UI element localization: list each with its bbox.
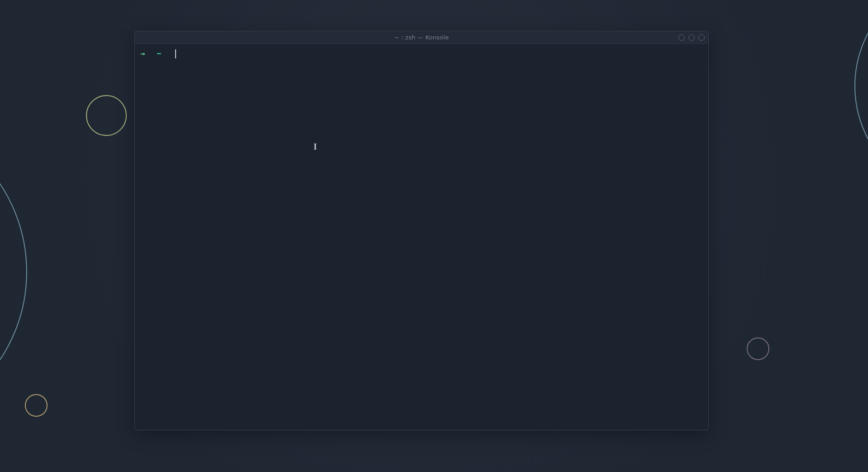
konsole-window[interactable]: ~ : zsh — Konsole → ~ I	[134, 31, 709, 430]
close-button[interactable]	[698, 34, 705, 41]
terminal-cursor-icon	[175, 49, 176, 58]
window-title: ~ : zsh — Konsole	[394, 34, 448, 41]
wallpaper-circle-2	[25, 394, 48, 417]
command-input[interactable]	[164, 49, 169, 58]
wallpaper-arc-right	[854, 0, 868, 199]
wallpaper-circle-1	[86, 95, 127, 136]
terminal-viewport[interactable]: → ~ I	[135, 44, 708, 430]
titlebar[interactable]: ~ : zsh — Konsole	[135, 31, 708, 44]
prompt-arrow-icon: →	[140, 48, 145, 59]
maximize-button[interactable]	[688, 34, 695, 41]
wallpaper-circle-3	[747, 337, 769, 360]
prompt-line: → ~	[140, 48, 703, 59]
prompt-cwd: ~	[157, 48, 161, 59]
window-controls	[678, 34, 705, 41]
minimize-button[interactable]	[678, 34, 685, 41]
mouse-ibeam-cursor-icon: I	[314, 141, 317, 153]
wallpaper-arc-left	[0, 113, 27, 430]
